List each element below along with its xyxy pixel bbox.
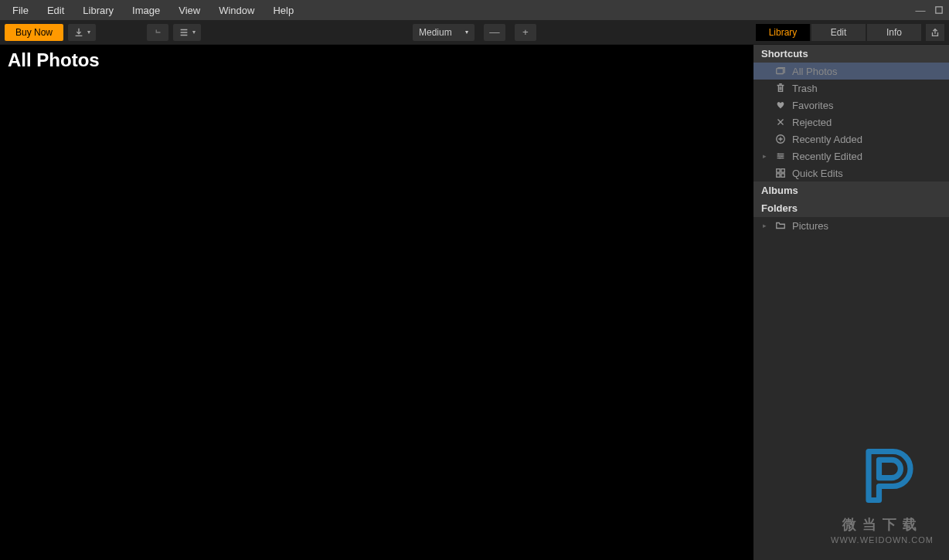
menu-edit[interactable]: Edit xyxy=(38,2,73,19)
svg-rect-1 xyxy=(777,69,784,74)
sidebar-item-quick-edits[interactable]: Quick Edits xyxy=(753,165,949,182)
menu-library[interactable]: Library xyxy=(73,2,123,19)
sidebar-item-label: Recently Added xyxy=(792,134,862,145)
toolbar-center: Medium ▾ — + xyxy=(413,24,536,41)
watermark-url: WWW.WEIDOWN.COM xyxy=(831,535,934,545)
chevron-down-icon: ▾ xyxy=(192,29,196,36)
svg-rect-3 xyxy=(777,169,780,172)
sliders-icon xyxy=(775,151,786,161)
sidebar-item-rejected[interactable]: Rejected xyxy=(753,114,949,131)
grid-icon xyxy=(775,168,786,178)
menu-image[interactable]: Image xyxy=(123,2,169,19)
sidebar-item-recently-edited[interactable]: ▸ Recently Edited xyxy=(753,148,949,165)
maximize-icon[interactable] xyxy=(934,5,944,15)
watermark: 微当下载 WWW.WEIDOWN.COM xyxy=(831,441,934,545)
folders-header: Folders xyxy=(753,199,949,217)
sidebar-item-label: All Photos xyxy=(792,66,838,77)
shortcuts-header: Shortcuts xyxy=(753,45,949,63)
sidebar-item-trash[interactable]: Trash xyxy=(753,80,949,97)
main-view: All Photos xyxy=(0,45,753,560)
chevron-down-icon: ▾ xyxy=(87,29,90,36)
minimize-icon[interactable]: — xyxy=(915,5,926,15)
size-label: Medium xyxy=(419,27,452,38)
sidebar-item-label: Trash xyxy=(792,83,818,94)
page-title: All Photos xyxy=(0,45,753,76)
list-options-button[interactable]: ▾ xyxy=(173,24,201,41)
sidebar-item-all-photos[interactable]: All Photos xyxy=(753,63,949,80)
back-button[interactable] xyxy=(147,24,168,41)
watermark-text: 微当下载 xyxy=(831,515,934,534)
menu-window[interactable]: Window xyxy=(209,2,264,19)
trash-icon xyxy=(775,83,786,93)
expand-arrow-icon[interactable]: ▸ xyxy=(763,222,769,229)
sidebar-item-label: Favorites xyxy=(792,100,833,111)
zoom-in-button[interactable]: + xyxy=(515,24,536,41)
sidebar-item-pictures[interactable]: ▸ Pictures xyxy=(753,217,949,234)
sidebar: Shortcuts All Photos Trash Favorites xyxy=(753,45,949,560)
buy-now-button[interactable]: Buy Now xyxy=(5,24,63,41)
x-icon xyxy=(775,117,786,127)
sidebar-item-label: Rejected xyxy=(792,117,832,128)
plus-circle-icon xyxy=(775,134,786,144)
tab-edit[interactable]: Edit xyxy=(811,24,866,41)
folder-icon xyxy=(775,220,786,231)
heart-icon xyxy=(775,100,786,110)
zoom-out-button[interactable]: — xyxy=(484,24,505,41)
chevron-down-icon: ▾ xyxy=(465,29,468,36)
svg-rect-4 xyxy=(781,169,784,172)
menubar: File Edit Library Image View Window Help… xyxy=(0,0,949,20)
expand-arrow-icon[interactable]: ▸ xyxy=(763,152,769,160)
toolbar: Buy Now ▾ ▾ Medium ▾ — + Library Edit In… xyxy=(0,20,949,45)
tab-library[interactable]: Library xyxy=(756,24,810,41)
watermark-logo-icon xyxy=(848,441,917,511)
svg-rect-0 xyxy=(936,7,942,13)
svg-rect-5 xyxy=(777,174,780,177)
sidebar-item-label: Pictures xyxy=(792,220,828,232)
svg-rect-6 xyxy=(781,174,784,177)
share-button[interactable] xyxy=(926,24,944,41)
sidebar-item-favorites[interactable]: Favorites xyxy=(753,97,949,114)
thumbnail-size-select[interactable]: Medium ▾ xyxy=(413,24,474,41)
sidebar-item-label: Recently Edited xyxy=(792,151,862,162)
toolbar-right: Library Edit Info xyxy=(756,24,944,41)
sidebar-item-recently-added[interactable]: Recently Added xyxy=(753,131,949,148)
albums-header: Albums xyxy=(753,182,949,199)
menu-view[interactable]: View xyxy=(169,2,209,19)
sidebar-item-label: Quick Edits xyxy=(792,168,843,179)
stack-icon xyxy=(775,66,786,76)
menu-file[interactable]: File xyxy=(3,2,38,19)
tab-info[interactable]: Info xyxy=(867,24,921,41)
menu-help[interactable]: Help xyxy=(264,2,303,19)
import-button[interactable]: ▾ xyxy=(68,24,96,41)
window-controls: — xyxy=(915,5,944,15)
content: All Photos Shortcuts All Photos Trash Fa… xyxy=(0,45,949,560)
